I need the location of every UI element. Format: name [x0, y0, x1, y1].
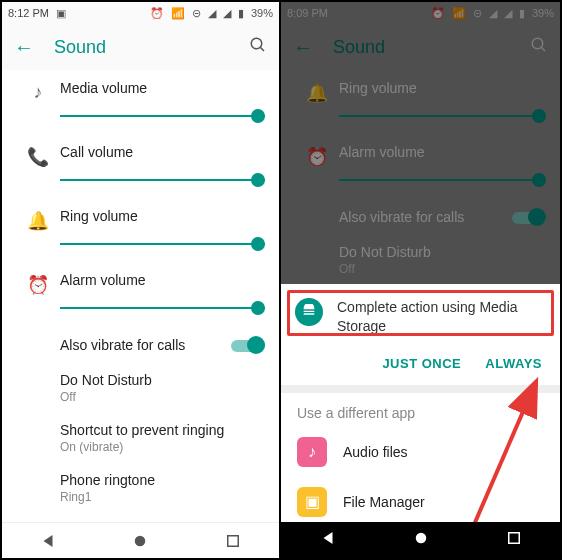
nav-home-icon[interactable] — [131, 532, 149, 550]
nav-home-icon[interactable] — [412, 529, 430, 551]
status-bar: 8:09 PM ⏰ 📶 ⊝ ◢ ◢ ▮ 39% — [281, 2, 560, 24]
nav-recents-icon[interactable] — [224, 532, 242, 550]
audio-files-icon: ♪ — [297, 437, 327, 467]
dnd-label: Do Not Disturb — [60, 372, 265, 388]
settings-content: ♪ Media volume 📞 Call volume 🔔 Ring volu… — [2, 70, 279, 522]
svg-rect-3 — [228, 535, 239, 546]
ring-volume-label: Ring volume — [339, 80, 546, 96]
chooser-title: Complete action using Media Storage — [337, 298, 546, 336]
dimmed-background: 🔔 Ring volume ⏰ Alarm volume Also vibrat… — [281, 70, 560, 284]
audio-files-label: Audio files — [343, 444, 408, 460]
page-title: Sound — [333, 37, 530, 58]
battery-pct: 39% — [532, 7, 554, 19]
dnd-sub: Off — [339, 262, 546, 276]
phone-right: 8:09 PM ⏰ 📶 ⊝ ◢ ◢ ▮ 39% ← Sound 🔔 Ring v… — [281, 0, 562, 560]
call-volume-slider[interactable] — [60, 170, 265, 190]
svg-line-5 — [541, 47, 545, 51]
alarm-icon: ⏰ — [150, 7, 164, 20]
ringtone-sub: Ring1 — [60, 490, 265, 504]
alarm-volume-row[interactable]: ⏰ Alarm volume — [2, 262, 279, 326]
alarm-volume-row: ⏰ Alarm volume — [281, 134, 560, 198]
svg-point-2 — [135, 535, 146, 546]
wifi-icon: 📶 — [171, 7, 185, 20]
status-bar: 8:12 PM ▣ ⏰ 📶 ⊝ ◢ ◢ ▮ 39% — [2, 2, 279, 24]
media-volume-label: Media volume — [60, 80, 265, 96]
dnd-sub: Off — [60, 390, 265, 404]
wifi-icon: 📶 — [452, 7, 466, 20]
nav-recents-icon[interactable] — [505, 529, 523, 551]
shortcut-row[interactable]: Shortcut to prevent ringing On (vibrate) — [2, 412, 279, 462]
intent-chooser-sheet: Complete action using Media Storage JUST… — [281, 284, 560, 522]
dnd-icon: ⊝ — [473, 7, 482, 20]
svg-point-4 — [532, 38, 543, 49]
nav-bar — [281, 522, 560, 558]
always-button[interactable]: ALWAYS — [485, 356, 542, 371]
status-time: 8:12 PM — [8, 7, 49, 19]
app-option-file-manager[interactable]: ▣ File Manager — [281, 477, 560, 522]
nav-bar — [2, 522, 279, 558]
nav-back-icon[interactable] — [39, 532, 57, 550]
also-vibrate-row[interactable]: Also vibrate for calls — [2, 326, 279, 362]
battery-icon: ▮ — [238, 7, 244, 20]
clock-icon: ⏰ — [16, 272, 60, 296]
chooser-actions: JUST ONCE ALWAYS — [281, 346, 560, 385]
settings-content: 🔔 Ring volume ⏰ Alarm volume Also vibrat… — [281, 70, 560, 522]
app-bar: ← Sound — [281, 24, 560, 70]
note-icon: ♪ — [16, 80, 60, 103]
shortcut-label: Shortcut to prevent ringing — [60, 422, 265, 438]
also-vibrate-row: Also vibrate for calls — [281, 198, 560, 234]
svg-point-0 — [251, 38, 262, 49]
ring-volume-row[interactable]: 🔔 Ring volume — [2, 198, 279, 262]
app-bar: ← Sound — [2, 24, 279, 70]
just-once-button[interactable]: JUST ONCE — [382, 356, 461, 371]
also-vibrate-label: Also vibrate for calls — [339, 209, 512, 225]
bell-icon: 🔔 — [16, 208, 60, 232]
call-volume-label: Call volume — [60, 144, 265, 160]
divider — [281, 385, 560, 393]
dnd-row[interactable]: Do Not Disturb Off — [2, 362, 279, 412]
dnd-icon: ⊝ — [192, 7, 201, 20]
back-icon[interactable]: ← — [293, 36, 313, 59]
signal-icon: ◢ — [489, 7, 497, 20]
phone-left: 8:12 PM ▣ ⏰ 📶 ⊝ ◢ ◢ ▮ 39% ← Sound ♪ Medi… — [0, 0, 281, 560]
battery-pct: 39% — [251, 7, 273, 19]
alarm-volume-label: Alarm volume — [60, 272, 265, 288]
signal-icon-2: ◢ — [223, 7, 231, 20]
ring-volume-row: 🔔 Ring volume — [281, 70, 560, 134]
also-vibrate-switch[interactable] — [231, 336, 265, 354]
status-time: 8:09 PM — [287, 7, 328, 19]
search-icon[interactable] — [530, 36, 548, 59]
media-volume-slider[interactable] — [60, 106, 265, 126]
ringtone-label: Phone ringtone — [60, 472, 265, 488]
clock-icon: ⏰ — [295, 144, 339, 168]
screenshot-icon: ▣ — [56, 7, 66, 20]
file-manager-label: File Manager — [343, 494, 425, 510]
alarm-icon: ⏰ — [431, 7, 445, 20]
also-vibrate-label: Also vibrate for calls — [60, 337, 231, 353]
phone-icon: 📞 — [16, 144, 60, 168]
svg-rect-8 — [508, 533, 519, 544]
dnd-label: Do Not Disturb — [339, 244, 546, 260]
nav-back-icon[interactable] — [319, 529, 337, 551]
ring-volume-slider[interactable] — [60, 234, 265, 254]
chooser-default-row[interactable]: Complete action using Media Storage — [281, 284, 560, 346]
phone-ringtone-row[interactable]: Phone ringtone Ring1 — [2, 462, 279, 512]
back-icon[interactable]: ← — [14, 36, 34, 59]
app-option-audio-files[interactable]: ♪ Audio files — [281, 427, 560, 477]
file-manager-icon: ▣ — [297, 487, 327, 517]
svg-line-1 — [260, 47, 264, 51]
signal-icon-2: ◢ — [504, 7, 512, 20]
page-title: Sound — [54, 37, 249, 58]
media-storage-icon — [295, 298, 323, 326]
search-icon[interactable] — [249, 36, 267, 59]
battery-icon: ▮ — [519, 7, 525, 20]
ring-volume-slider — [339, 106, 546, 126]
dnd-row: Do Not Disturb Off — [281, 234, 560, 284]
signal-icon: ◢ — [208, 7, 216, 20]
media-volume-row[interactable]: ♪ Media volume — [2, 70, 279, 134]
also-vibrate-switch — [512, 208, 546, 226]
call-volume-row[interactable]: 📞 Call volume — [2, 134, 279, 198]
bell-icon: 🔔 — [295, 80, 339, 104]
alarm-volume-label: Alarm volume — [339, 144, 546, 160]
alarm-volume-slider[interactable] — [60, 298, 265, 318]
